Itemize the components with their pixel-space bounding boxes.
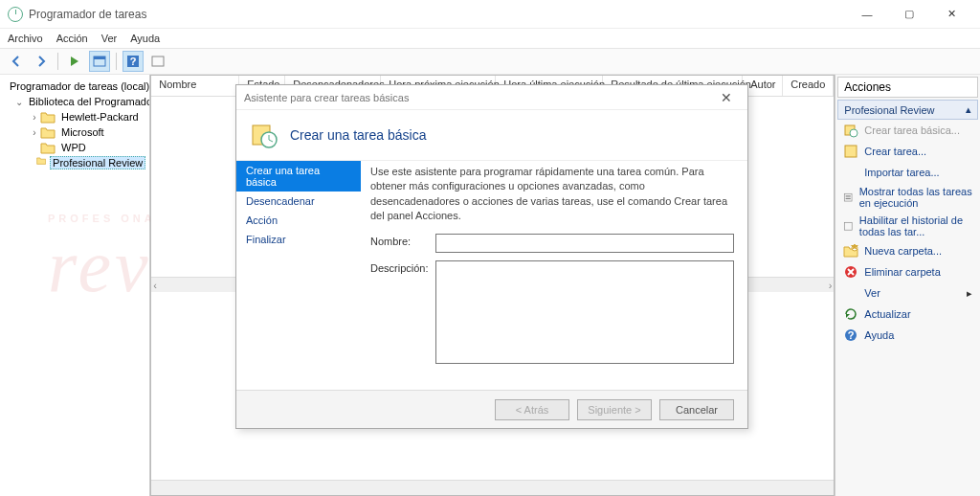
- close-button[interactable]: ✕: [930, 3, 972, 26]
- action-label: Importar tarea...: [864, 167, 939, 178]
- tree-root[interactable]: Programador de tareas (local): [2, 79, 147, 94]
- col-autor[interactable]: Autor: [743, 76, 783, 96]
- back-button[interactable]: < Atrás: [495, 399, 569, 420]
- collapse-icon[interactable]: ▴: [966, 103, 971, 116]
- action-actualizar[interactable]: Actualizar: [837, 304, 978, 325]
- actions-header: Acciones: [837, 77, 978, 98]
- import-icon: [843, 165, 858, 180]
- wizard-step-1[interactable]: Crear una tarea básica: [236, 161, 361, 192]
- tree-item-label: Microsoft: [59, 125, 106, 139]
- wizard-description: Use este asistente para programar rápida…: [370, 165, 734, 224]
- action-importar[interactable]: Importar tarea...: [837, 162, 978, 183]
- chevron-down-icon[interactable]: ⌄: [15, 97, 23, 107]
- clock-icon: [8, 7, 23, 22]
- action-eliminar-carpeta[interactable]: Eliminar carpeta: [837, 261, 978, 282]
- cancel-button[interactable]: Cancelar: [659, 399, 734, 420]
- description-label: Descripción:: [370, 260, 435, 274]
- tree-pane: Programador de tareas (local) ⌄ Bibliote…: [0, 75, 150, 496]
- history-icon: [843, 218, 854, 234]
- action-label: Nueva carpeta...: [864, 245, 942, 257]
- menu-archivo[interactable]: Archivo: [8, 33, 43, 44]
- action-label: Ver: [864, 287, 880, 299]
- tree-root-label: Programador de tareas (local): [8, 79, 150, 93]
- folder-icon: [40, 125, 56, 139]
- action-label: Mostrar todas las tareas en ejecución: [859, 186, 972, 209]
- task-basic-icon: [843, 123, 858, 138]
- folder-icon: [36, 156, 46, 169]
- action-nueva-carpeta[interactable]: ★ Nueva carpeta...: [837, 240, 978, 261]
- wizard-step-2[interactable]: Desencadenar: [236, 192, 361, 211]
- actions-pane: Acciones Profesional Review ▴ Crear tare…: [835, 75, 980, 496]
- action-label: Crear tarea básica...: [864, 124, 960, 136]
- wizard-close-button[interactable]: ✕: [713, 90, 740, 105]
- folder-icon: [40, 141, 56, 154]
- action-crear-basica[interactable]: Crear tarea básica...: [837, 120, 978, 141]
- run-button[interactable]: [64, 51, 85, 72]
- name-label: Nombre:: [370, 234, 435, 247]
- tree-item-label: Hewlett-Packard: [59, 110, 141, 124]
- svg-point-7: [850, 129, 858, 137]
- back-button[interactable]: [6, 51, 27, 72]
- refresh-button[interactable]: [147, 51, 168, 72]
- help-icon: ?: [843, 327, 858, 343]
- tree-library[interactable]: ⌄ Biblioteca del Programador de tareas: [2, 94, 147, 109]
- view-icon: [843, 285, 858, 301]
- svg-rect-10: [846, 195, 851, 196]
- svg-text:?: ?: [848, 329, 855, 341]
- svg-rect-9: [845, 193, 853, 201]
- help-button[interactable]: ?: [122, 51, 144, 72]
- wizard-step-3[interactable]: Acción: [236, 211, 361, 230]
- forward-button[interactable]: [31, 51, 52, 72]
- menu-accion[interactable]: Acción: [56, 33, 88, 44]
- wizard-step-4[interactable]: Finalizar: [236, 230, 361, 249]
- toolbar: ?: [0, 48, 980, 75]
- svg-rect-4: [152, 56, 164, 66]
- wizard-titlebar[interactable]: Asistente para crear tareas básicas ✕: [236, 85, 747, 110]
- wizard-steps: Crear una tarea básica Desencadenar Acci…: [236, 161, 361, 390]
- col-creado[interactable]: Creado: [783, 76, 834, 96]
- minimize-button[interactable]: —: [846, 3, 888, 26]
- menubar: Archivo Acción Ver Ayuda: [0, 29, 980, 48]
- next-button[interactable]: Siguiente >: [577, 399, 652, 420]
- actions-section-title[interactable]: Profesional Review ▴: [837, 100, 978, 120]
- tree-item-microsoft[interactable]: › Microsoft: [2, 124, 147, 140]
- action-ayuda[interactable]: ? Ayuda: [837, 325, 978, 346]
- running-icon: [843, 190, 853, 205]
- chevron-right-icon[interactable]: ›: [29, 127, 40, 138]
- action-label: Habilitar el historial de todas las tar.…: [859, 214, 972, 237]
- description-row: Descripción:: [370, 260, 734, 364]
- svg-rect-8: [845, 146, 857, 157]
- action-mostrar-todas[interactable]: Mostrar todas las tareas en ejecución: [837, 183, 978, 212]
- titlebar: Programador de tareas — ▢ ✕: [0, 0, 980, 29]
- wizard-content: Use este asistente para programar rápida…: [361, 161, 747, 390]
- name-input[interactable]: [435, 234, 734, 253]
- action-historial[interactable]: Habilitar el historial de todas las tar.…: [837, 212, 978, 240]
- properties-button[interactable]: [89, 51, 110, 72]
- menu-ayuda[interactable]: Ayuda: [130, 33, 160, 44]
- tree-item-profesional-review[interactable]: Profesional Review: [2, 155, 147, 170]
- action-ver[interactable]: Ver ▸: [837, 282, 978, 304]
- tree-item-wpd[interactable]: WPD: [2, 140, 147, 155]
- toolbar-separator: [116, 53, 117, 70]
- maximize-button[interactable]: ▢: [888, 3, 930, 26]
- name-row: Nombre:: [370, 234, 734, 253]
- horizontal-scrollbar-bottom[interactable]: [151, 480, 834, 495]
- window-title: Programador de tareas: [29, 8, 846, 21]
- tree-item-label: Profesional Review: [50, 156, 145, 169]
- wizard-heading: Crear una tarea básica: [290, 127, 426, 143]
- svg-rect-1: [94, 56, 105, 59]
- folder-icon: [40, 110, 56, 124]
- col-nombre[interactable]: Nombre: [151, 76, 239, 96]
- svg-text:★: ★: [850, 244, 858, 252]
- chevron-right-icon[interactable]: ›: [29, 112, 40, 123]
- action-crear-tarea[interactable]: Crear tarea...: [837, 141, 978, 162]
- action-label: Ayuda: [864, 329, 894, 341]
- delete-icon: [843, 264, 858, 280]
- menu-ver[interactable]: Ver: [101, 33, 118, 44]
- description-input[interactable]: [435, 260, 734, 364]
- tree-item-hp[interactable]: › Hewlett-Packard: [2, 109, 147, 124]
- actions-section-label: Profesional Review: [844, 104, 934, 116]
- new-folder-icon: ★: [843, 243, 858, 259]
- tree-library-label: Biblioteca del Programador de tareas: [27, 95, 150, 108]
- wizard-header: Crear una tarea básica: [236, 110, 747, 160]
